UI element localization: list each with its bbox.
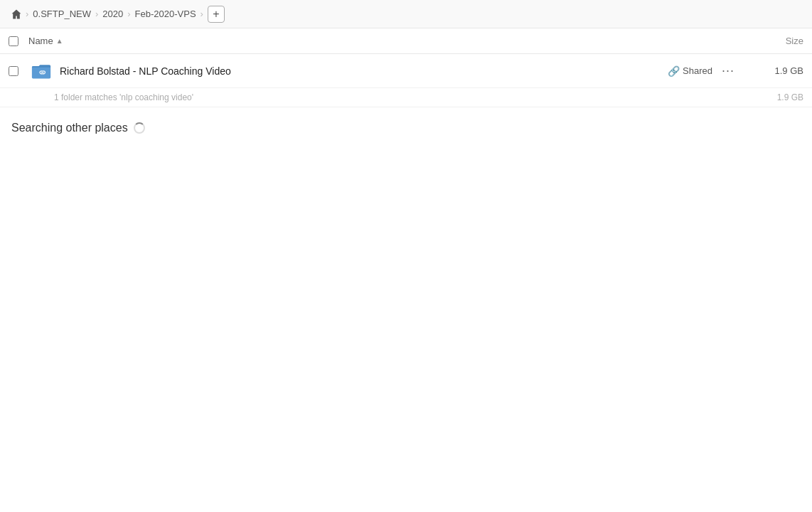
breadcrumb-item-2[interactable]: Feb-2020-VPS [132, 7, 199, 21]
select-all-checkbox[interactable] [9, 36, 18, 46]
sep-4: › [201, 9, 203, 19]
searching-label: Searching other places [11, 122, 128, 134]
match-info-text: 1 folder matches 'nlp coaching video' [54, 92, 193, 102]
name-column-header[interactable]: Name ▲ [28, 36, 747, 46]
folder-icon [28, 58, 54, 84]
match-info-row: 1 folder matches 'nlp coaching video' 1.… [0, 88, 812, 107]
sep-1: › [26, 9, 28, 19]
column-header-row: Name ▲ Size [0, 28, 812, 54]
shared-label: Shared [683, 65, 712, 76]
shared-badge: 🔗 Shared [668, 65, 712, 77]
add-tab-button[interactable]: + [208, 6, 225, 23]
row-checkbox-col [9, 66, 28, 76]
file-size-value: 1.9 GB [747, 65, 803, 76]
breadcrumb-item-0[interactable]: 0.SFTP_NEW [30, 7, 94, 21]
more-options-button[interactable]: ··· [718, 61, 738, 81]
file-name-label: Richard Bolstad - NLP Coaching Video [60, 65, 668, 77]
name-label: Name [28, 36, 53, 46]
searching-section: Searching other places [0, 107, 812, 149]
size-column-header: Size [747, 36, 803, 46]
breadcrumb-item-1[interactable]: 2020 [100, 7, 126, 21]
match-size-value: 1.9 GB [777, 92, 803, 102]
file-actions: 🔗 Shared ··· [668, 61, 738, 81]
home-button[interactable] [9, 6, 24, 22]
sort-arrow-icon: ▲ [56, 37, 63, 45]
header-checkbox-col [9, 36, 28, 46]
loading-spinner [134, 122, 145, 134]
table-row[interactable]: Richard Bolstad - NLP Coaching Video 🔗 S… [0, 54, 812, 88]
link-icon: 🔗 [668, 65, 680, 77]
breadcrumb-bar: › 0.SFTP_NEW › 2020 › Feb-2020-VPS › + [0, 0, 812, 28]
row-checkbox[interactable] [9, 66, 18, 76]
sep-2: › [95, 9, 98, 19]
sep-3: › [127, 9, 130, 19]
